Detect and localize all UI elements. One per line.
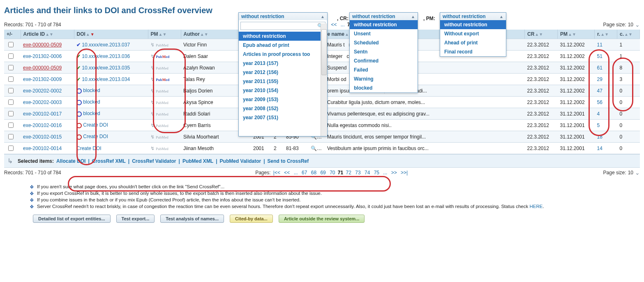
article-id-link[interactable]: exe-200202-0003 xyxy=(23,99,62,105)
dropdown-item[interactable]: without restriction xyxy=(440,20,506,29)
page-size-value[interactable]: 10 xyxy=(628,22,633,28)
pubmed-icon[interactable]: ↯ PubMed xyxy=(150,65,169,71)
pubmed-icon[interactable]: ↯ PubMed xyxy=(150,111,169,117)
dropdown-item[interactable]: year 2008 (152) xyxy=(239,104,327,113)
chevron-down-icon[interactable]: ⌄ xyxy=(635,169,640,176)
btn-detailed-list[interactable]: Detailed list of export entities... xyxy=(33,215,111,223)
action-pubmed-xml[interactable]: PubMed XML xyxy=(182,158,213,164)
dropdown-item[interactable]: Articles in proof process too xyxy=(239,50,327,59)
pubmed-icon[interactable]: ↯ PubMed xyxy=(150,134,169,140)
r-link[interactable]: 47 xyxy=(597,88,602,94)
dropdown-item[interactable]: Without export xyxy=(440,29,506,38)
chevron-up-icon[interactable]: ▲ xyxy=(321,14,325,19)
row-checkbox[interactable] xyxy=(8,42,14,47)
row-checkbox[interactable] xyxy=(8,99,14,105)
r-link[interactable]: 51 xyxy=(597,53,602,59)
scrollbar[interactable] xyxy=(321,23,327,136)
r-link[interactable]: 61 xyxy=(597,65,602,71)
col-pmd[interactable]: PM▲▼ xyxy=(558,30,595,39)
row-checkbox[interactable] xyxy=(8,76,14,82)
r-link[interactable]: 4 xyxy=(597,111,600,117)
col-pm[interactable]: +/- xyxy=(4,30,21,39)
pubmed-icon[interactable]: ↯ PubMed xyxy=(150,42,169,48)
article-id-link[interactable]: exe-000000-0509 xyxy=(23,65,62,71)
dropdown-item[interactable]: Confirmed xyxy=(350,56,418,65)
doi-link[interactable]: blocked xyxy=(83,111,100,116)
dropdown-search[interactable]: 🔍 xyxy=(240,22,325,30)
dropdown-item[interactable]: Warning xyxy=(350,74,418,83)
chevron-up-icon[interactable]: ▲ xyxy=(411,14,415,19)
filter-main-dropdown[interactable]: without restriction▲ 🔍 without restricti… xyxy=(238,12,328,136)
dropdown-item[interactable]: without restriction xyxy=(239,32,327,41)
pubmed-icon[interactable]: ↯ PubMed xyxy=(150,76,169,82)
col-c[interactable]: c.▲▼ xyxy=(617,30,640,39)
dropdown-item[interactable]: Failed xyxy=(350,65,418,74)
dropdown-search-input[interactable] xyxy=(241,22,316,30)
action-crossref-validator[interactable]: CrossRef Validator xyxy=(132,158,176,164)
row-checkbox[interactable] xyxy=(8,146,14,151)
magnifier-icon[interactable]: 🔍 xyxy=(311,146,322,151)
article-id-link[interactable]: exe-200102-0017 xyxy=(23,111,62,117)
dropdown-item[interactable]: Epub ahead of print xyxy=(239,41,327,50)
row-checkbox[interactable] xyxy=(8,123,14,128)
btn-outside-review[interactable]: Article outside the review system... xyxy=(279,215,365,223)
row-checkbox[interactable] xyxy=(8,88,14,93)
filter-cr-dropdown[interactable]: without restriction▲ without restriction… xyxy=(349,12,418,93)
dropdown-item[interactable]: Sentn xyxy=(350,47,418,56)
pubmed-icon[interactable]: ↯ PubMed xyxy=(150,123,169,128)
doi-link[interactable]: 10.xxxx/exe.2013.037 xyxy=(82,42,130,48)
dropdown-item[interactable]: year 2012 (156) xyxy=(239,68,327,77)
btn-test-export[interactable]: Test export... xyxy=(116,215,155,223)
action-crossref-xml[interactable]: CrossRef XML xyxy=(92,158,126,164)
col-cr[interactable]: CR▲▼ xyxy=(525,30,558,39)
article-id-link[interactable]: exe-000000-0509 xyxy=(23,42,62,48)
action-pubmed-validator[interactable]: PubMed Validator xyxy=(220,158,261,164)
doi-link[interactable]: 10.xxxx/exe.2013.036 xyxy=(82,53,130,59)
dropdown-item[interactable]: year 2010 (154) xyxy=(239,86,327,95)
doi-link[interactable]: blocked xyxy=(83,88,100,93)
doi-link[interactable]: Create DOI xyxy=(83,134,108,139)
doi-link[interactable]: blocked xyxy=(83,99,100,105)
doi-link[interactable]: 10.xxxx/exe.2013.034 xyxy=(82,76,130,82)
dropdown-item[interactable]: year 2009 (153) xyxy=(239,95,327,104)
dropdown-item[interactable]: year 2011 (155) xyxy=(239,77,327,86)
article-id-link[interactable]: exe-201302-0006 xyxy=(23,53,62,59)
dropdown-item[interactable]: Unsent xyxy=(350,29,418,38)
col-r[interactable]: r.▲▼ xyxy=(595,30,617,39)
pubmed-icon[interactable]: ↯ PubMed xyxy=(150,53,169,59)
dropdown-item[interactable]: without restriction xyxy=(350,20,418,29)
r-link[interactable]: 11 xyxy=(597,42,602,48)
r-link[interactable]: 14 xyxy=(597,146,602,151)
col-pm2[interactable]: PM▲▼ xyxy=(148,30,181,39)
btn-cited-by[interactable]: Cited-by data... xyxy=(230,215,273,223)
filter-pm-dropdown[interactable]: without restriction▲ without restriction… xyxy=(440,12,506,57)
pubmed-icon[interactable]: ↯ PubMed xyxy=(150,146,169,151)
pubmed-icon[interactable]: ↯ PubMed xyxy=(150,99,169,105)
r-link[interactable]: 5 xyxy=(597,123,600,128)
row-checkbox[interactable] xyxy=(8,53,14,59)
action-send-crossref[interactable]: Send to CrossRef xyxy=(268,158,309,164)
article-id-link[interactable]: exe-200102-0014 xyxy=(23,146,62,151)
col-doi[interactable]: DOI▲▼ xyxy=(74,30,148,39)
dropdown-item[interactable]: Final record xyxy=(440,47,506,56)
row-checkbox[interactable] xyxy=(8,65,14,70)
dropdown-item[interactable]: Ahead of print xyxy=(440,38,506,47)
article-id-link[interactable]: exe-201302-0009 xyxy=(23,76,62,82)
r-link[interactable]: 29 xyxy=(597,76,602,82)
doi-link[interactable]: Create DOI xyxy=(76,146,102,151)
chevron-up-icon[interactable]: ▲ xyxy=(499,14,503,19)
dropdown-item[interactable]: blocked xyxy=(350,83,418,92)
doi-link[interactable]: 10.xxxx/exe.2013.035 xyxy=(82,65,130,71)
row-checkbox[interactable] xyxy=(8,111,14,116)
article-id-link[interactable]: exe-200102-0016 xyxy=(23,123,62,128)
article-id-link[interactable]: exe-200102-0015 xyxy=(23,134,62,140)
dropdown-item[interactable]: Scheduled xyxy=(350,38,418,47)
action-allocate-doi[interactable]: Allocate DOI xyxy=(56,158,85,164)
dropdown-item[interactable]: year 2007 (151) xyxy=(239,113,327,122)
dropdown-item[interactable]: year 2013 (157) xyxy=(239,59,327,68)
article-id-link[interactable]: exe-200202-0002 xyxy=(23,88,62,94)
row-checkbox[interactable] xyxy=(8,134,14,139)
pubmed-icon[interactable]: ↯ PubMed xyxy=(150,88,169,94)
col-article-id[interactable]: Article ID▲▼ xyxy=(21,30,74,39)
r-link[interactable]: 56 xyxy=(597,99,602,105)
